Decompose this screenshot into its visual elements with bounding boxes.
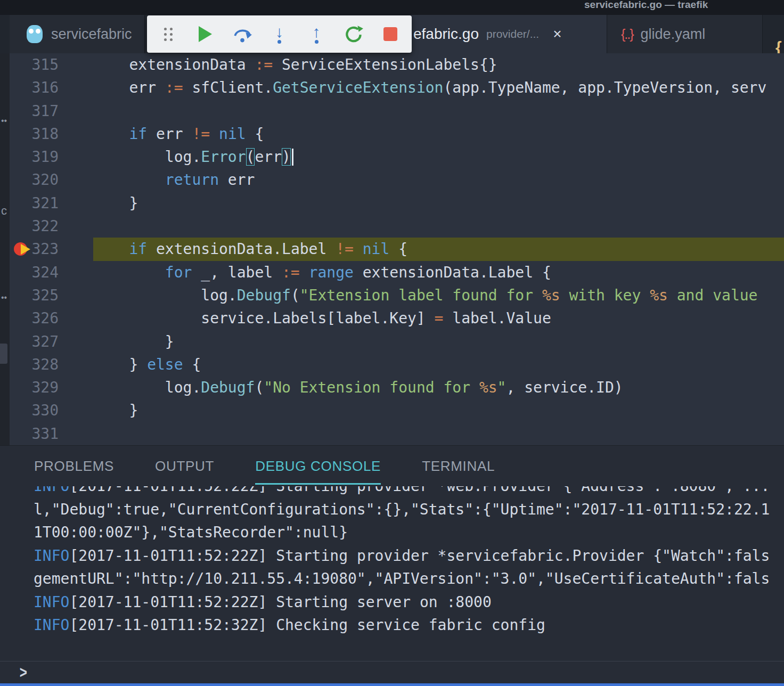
code-line[interactable]: 322 [10, 215, 784, 238]
code-line[interactable]: 319 log.Error(err) [10, 145, 784, 168]
line-number[interactable]: 322 [10, 215, 93, 238]
tab-label: glide.yaml [641, 26, 706, 43]
go-gopher-icon [27, 25, 43, 43]
code-line[interactable]: 315 extensionData := ServiceExtensionLab… [10, 53, 784, 76]
step-into-icon: ↓ [275, 25, 283, 39]
console-line: INFO[2017-11-01T11:52:22Z] Starting prov… [34, 486, 784, 498]
panel-tab-output[interactable]: OUTPUT [155, 446, 214, 486]
line-number[interactable]: 328 [10, 353, 93, 376]
line-number[interactable]: 323 [10, 238, 93, 260]
window-titlebar: servicefabric.go — traefik [0, 0, 784, 15]
code-line[interactable]: 331 [10, 422, 784, 445]
code-editor[interactable]: 315 extensionData := ServiceExtensionLab… [10, 53, 784, 445]
restart-button[interactable] [342, 20, 365, 48]
step-over-button[interactable] [231, 20, 254, 48]
code-line[interactable]: 329 log.Debugf("No Extension found for %… [10, 376, 784, 399]
line-number[interactable]: 324 [10, 261, 93, 284]
code-line[interactable]: 320 return err [10, 168, 784, 191]
code-line-text: service.Labels[label.Key] = label.Value [93, 307, 784, 330]
clipped-tab-icon: { [775, 38, 782, 53]
debug-toolbar-drag-handle[interactable] [157, 20, 180, 48]
line-number[interactable]: 319 [10, 145, 93, 168]
tab-label: efabric.go [413, 26, 479, 43]
console-line: 1T00:00:00Z"},"StatsRecorder":null} [34, 521, 784, 544]
code-line-text: log.Error(err) [93, 145, 784, 168]
restart-icon [344, 24, 364, 44]
tab-label: servicefabric [51, 26, 132, 43]
code-line-text: extensionData := ServiceExtensionLabels{… [93, 53, 784, 76]
stop-square-icon [383, 27, 397, 41]
yaml-file-icon: {..} [621, 27, 633, 42]
code-line[interactable]: 324 for _, label := range extensionData.… [10, 261, 784, 284]
code-line[interactable]: 330 } [10, 399, 784, 422]
code-line-text: } [93, 399, 784, 422]
line-number[interactable]: 315 [10, 53, 93, 76]
code-line[interactable]: 318 if err != nil { [10, 123, 784, 145]
console-line: l,"Debug":true,"CurrentConfigurations":{… [34, 498, 784, 521]
code-line[interactable]: 321 } [10, 192, 784, 215]
breakpoint-current-statement-icon[interactable] [14, 242, 35, 256]
play-icon [199, 26, 212, 42]
activity-strip-fragment [0, 344, 7, 364]
panel-tab-terminal[interactable]: TERMINAL [422, 446, 495, 486]
step-out-button[interactable]: ↑ [305, 20, 328, 48]
code-line[interactable]: 323 if extensionData.Label != nil { [10, 238, 784, 260]
line-number[interactable]: 330 [10, 399, 93, 422]
code-line-text: } [93, 330, 784, 353]
tab-servicefabric-go[interactable]: servicefabric [10, 15, 145, 53]
code-line[interactable]: 316 err := sfClient.GetServiceExtension(… [10, 76, 784, 99]
code-lines: 315 extensionData := ServiceExtensionLab… [10, 53, 784, 445]
line-number[interactable]: 325 [10, 284, 93, 307]
tab-path-description: provider/... [486, 28, 539, 40]
code-line-text: } else { [93, 353, 784, 376]
line-number[interactable]: 320 [10, 168, 93, 191]
window-title: servicefabric.go — traefik [584, 0, 708, 11]
code-line[interactable]: 328 } else { [10, 353, 784, 376]
code-line-text: return err [93, 168, 784, 191]
line-number[interactable]: 317 [10, 100, 93, 123]
code-line[interactable]: 327 } [10, 330, 784, 353]
line-number[interactable]: 327 [10, 330, 93, 353]
code-line-text: log.Debugf("Extension label found for %s… [93, 284, 784, 307]
code-line[interactable]: 326 service.Labels[label.Key] = label.Va… [10, 307, 784, 330]
vscode-window: servicefabric.go — traefik servicefabric… [0, 0, 784, 686]
step-into-button[interactable]: ↓ [268, 20, 291, 48]
line-number[interactable]: 316 [10, 76, 93, 99]
line-number[interactable]: 321 [10, 192, 93, 215]
tab-glide-yaml[interactable]: {..} glide.yaml [607, 15, 763, 53]
continue-button[interactable] [194, 20, 217, 48]
debug-console-input[interactable]: > [0, 661, 784, 684]
panel-tab-debug-console[interactable]: DEBUG CONSOLE [255, 446, 381, 486]
debug-console-output: INFO[2017-11-01T11:52:22Z] Starting prov… [0, 486, 784, 661]
code-line-text [93, 422, 784, 445]
panel-tab-problems[interactable]: PROBLEMS [34, 446, 114, 486]
code-line-text: err := sfClient.GetServiceExtension(app.… [93, 76, 784, 99]
code-line[interactable]: 325 log.Debugf("Extension label found fo… [10, 284, 784, 307]
stop-button[interactable] [379, 20, 402, 48]
code-line[interactable]: 317 [10, 100, 784, 123]
step-over-icon [232, 24, 252, 44]
code-line-text [93, 100, 784, 123]
step-out-icon: ↑ [313, 25, 321, 39]
line-number[interactable]: 326 [10, 307, 93, 330]
close-icon[interactable]: × [553, 26, 561, 43]
console-line: gementURL":"http://10.211.55.4:19080","A… [34, 567, 784, 591]
console-line: INFO[2017-11-01T11:52:22Z] Starting serv… [34, 591, 784, 614]
line-number[interactable]: 331 [10, 422, 93, 445]
code-line-text: for _, label := range extensionData.Labe… [93, 261, 784, 284]
code-line-text [93, 215, 784, 238]
debug-toolbar: ↓ ↑ [147, 15, 412, 53]
grip-dots-icon [164, 28, 173, 41]
code-line-text: log.Debugf("No Extension found for %s", … [93, 376, 784, 399]
tab-servicefabric-go-active[interactable]: efabric.go provider/... × [411, 15, 607, 53]
prompt-chevron-icon: > [20, 663, 27, 682]
panel-tab-bar: PROBLEMS OUTPUT DEBUG CONSOLE TERMINAL [0, 446, 784, 486]
console-line: INFO[2017-11-01T11:52:32Z] Checking serv… [34, 614, 784, 637]
line-number[interactable]: 329 [10, 376, 93, 399]
bottom-panel: PROBLEMS OUTPUT DEBUG CONSOLE TERMINAL I… [0, 445, 784, 683]
code-line-text: if extensionData.Label != nil { [93, 238, 784, 260]
activity-strip-fragment: c [1, 204, 7, 218]
line-number[interactable]: 318 [10, 123, 93, 145]
console-line: INFO[2017-11-01T11:52:22Z] Starting prov… [34, 544, 784, 568]
code-line-text: if err != nil { [93, 123, 784, 145]
